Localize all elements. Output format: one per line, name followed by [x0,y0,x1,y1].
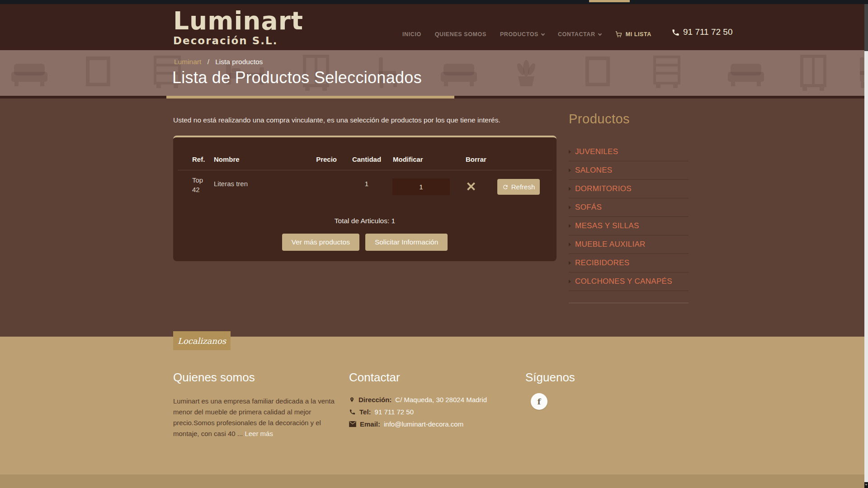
direccion-value: C/ Maqueda, 30 28024 Madrid [395,394,487,406]
localizanos-tab[interactable]: Localizanos [173,331,231,350]
nav-contactar[interactable]: CONTACTAR [558,31,601,38]
nav-mi-lista-label: MI LISTA [626,31,651,38]
sidebar-item-label: RECIBIDORES [575,258,629,267]
cart-icon [615,31,623,38]
contact-email: Email: info@luminart-decora.com [349,418,539,430]
footer-about-text: Luminart es una empresa familiar dedicad… [173,396,336,439]
breadcrumb-separator: / [208,58,209,66]
total-articles: Total de Articulos: 1 [173,217,557,225]
triangle-bullet-icon [569,169,571,172]
logo-line2: Decoración S.L. [173,35,303,47]
sidebar-item-salones[interactable]: SALONES [569,161,689,180]
breadcrumb: Luminart / Lista productos [174,58,263,66]
footer: Localizanos Quienes somos Luminart es un… [0,337,868,474]
product-list-panel: Ref. Nombre Precio Cantidad Modificar Bo… [173,136,557,261]
triangle-bullet-icon [569,261,571,265]
footer-contact-title: Contactar [349,371,539,385]
nav-mi-lista[interactable]: MI LISTA [615,31,651,38]
chevron-down-icon [541,32,545,35]
scrollbar-thumb[interactable] [864,4,868,51]
chevron-down-icon [598,32,601,35]
footer-about: Quienes somos Luminart es una empresa fa… [173,371,336,439]
main-nav: INICIO QUIENES SOMOS PRODUCTOS CONTACTAR… [402,4,733,50]
sidebar-item-colchones-y-canapes[interactable]: COLCHONES Y CANAPÉS [569,272,689,291]
solicitar-informacion-button[interactable]: Solicitar Información [365,234,448,251]
breadcrumb-home[interactable]: Luminart [174,58,201,66]
phone-icon [671,28,680,37]
sidebar-item-label: MUEBLE AUXILIAR [575,240,646,249]
sidebar-item-recibidores[interactable]: RECIBIDORES [569,254,689,272]
facebook-icon[interactable]: f [531,393,547,410]
row-ref: Top 42 [192,175,209,194]
refresh-button[interactable]: Refresh [497,179,540,195]
nav-productos[interactable]: PRODUCTOS [500,31,544,38]
topbar-accent [589,0,630,2]
sidebar-item-label: SALONES [575,166,612,175]
band-bottom-strip [0,96,868,99]
leer-mas-link[interactable]: Leer más [245,430,273,437]
col-header-nombre: Nombre [214,155,240,163]
furniture-pattern-icons [0,50,868,96]
tel-value: 91 711 72 50 [375,406,414,418]
site-header: Luminart Decoración S.L. INICIO QUIENES … [0,4,868,50]
page-title: Lista de Productos Seleccionados [172,68,422,87]
sidebar-item-label: COLCHONES Y CANAPÉS [575,277,672,286]
footer-about-title: Quienes somos [173,371,336,385]
row-nombre: Literas tren [214,180,248,188]
table-header-divider [178,170,552,170]
nav-inicio[interactable]: INICIO [402,31,421,38]
refresh-icon [502,184,509,190]
sidebar-category-list: JUVENILES SALONES DORMITORIOS SOFÁS MESA… [569,143,689,291]
panel-buttons: Ver más productos Solicitar Información [173,234,557,251]
sidebar-item-label: JUVENILES [575,147,618,156]
triangle-bullet-icon [569,243,571,246]
contact-lines: Dirección: C/ Maqueda, 30 28024 Madrid T… [349,394,539,430]
col-header-ref: Ref. [192,155,205,163]
email-label: Email: [360,418,380,430]
nav-contactar-label: CONTACTAR [558,31,595,38]
triangle-bullet-icon [569,206,571,209]
direccion-label: Dirección: [359,394,392,406]
scrollbar-down-arrow[interactable] [864,482,868,488]
col-header-modificar: Modificar [393,155,423,163]
logo-line1: Luminart [173,9,303,33]
nav-inicio-label: INICIO [402,31,421,38]
browser-topbar [0,0,868,4]
triangle-bullet-icon [569,150,571,154]
header-phone-number: 91 711 72 50 [683,27,733,37]
ver-mas-productos-button[interactable]: Ver más productos [282,234,359,251]
page-header-band: Luminart / Lista productos Lista de Prod… [0,50,868,96]
col-header-borrar: Borrar [466,155,486,163]
quantity-input[interactable] [392,178,450,195]
envelope-icon [349,421,356,427]
sidebar-title: Productos [569,112,689,127]
nav-quienes-somos-label: QUIENES SOMOS [435,31,486,38]
phone-icon [349,408,356,415]
products-sidebar: Productos JUVENILES SALONES DORMITORIOS … [569,112,689,303]
nav-quienes-somos[interactable]: QUIENES SOMOS [435,31,486,38]
scrollbar-track[interactable] [864,4,868,488]
map-pin-icon [349,396,355,404]
sidebar-item-label: MESAS Y SILLAS [575,221,639,230]
delete-row-button[interactable] [465,181,477,193]
sidebar-item-label: DORMITORIOS [575,184,632,193]
row-cantidad: 1 [351,180,382,188]
sidebar-item-mesas-y-sillas[interactable]: MESAS Y SILLAS [569,217,689,235]
sidebar-item-sofas[interactable]: SOFÁS [569,198,689,217]
triangle-bullet-icon [569,224,571,228]
col-header-precio: Precio [300,155,337,163]
sidebar-item-mueble-auxiliar[interactable]: MUEBLE AUXILIAR [569,235,689,254]
intro-text: Usted no está realizando una compra vinc… [173,116,500,124]
sidebar-item-dormitorios[interactable]: DORMITORIOS [569,180,689,198]
site-logo[interactable]: Luminart Decoración S.L. [173,9,303,47]
triangle-bullet-icon [569,280,571,283]
sidebar-item-label: SOFÁS [575,203,602,212]
title-underline [166,96,454,99]
x-delete-icon [466,182,476,191]
sidebar-item-juveniles[interactable]: JUVENILES [569,143,689,161]
refresh-button-label: Refresh [511,183,535,191]
header-phone[interactable]: 91 711 72 50 [671,27,733,37]
footer-social-title: Síguenos [525,371,616,385]
email-link[interactable]: info@luminart-decora.com [384,418,463,430]
facebook-letter: f [538,397,541,406]
